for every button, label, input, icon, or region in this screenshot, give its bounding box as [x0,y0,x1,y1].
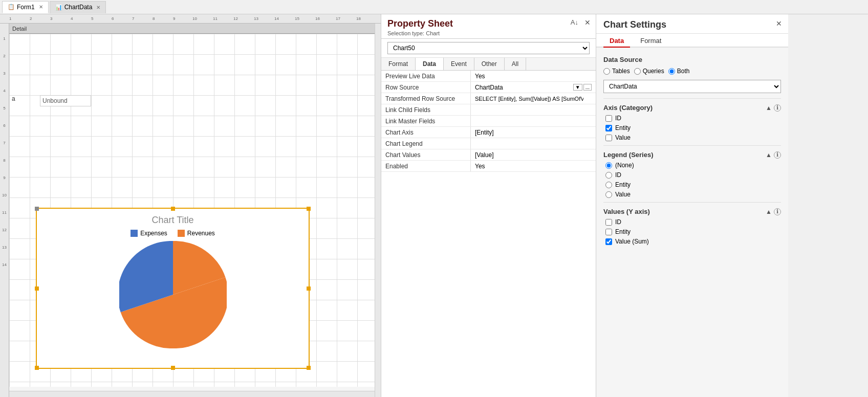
cs-values-collapse[interactable]: ▲ [766,208,772,215]
pie-chart [119,241,227,348]
ps-value-link-child-fields[interactable] [471,104,596,115]
table-row: Chart Axis [Entity] [381,127,596,138]
cs-datasource-title: Data Source [603,56,781,63]
chart-legend: Expenses Revenues [131,230,215,237]
table-row: Preview Live Data Yes [381,71,596,82]
unbound-text: Unbound [42,97,68,104]
row-source-dropdown-btn[interactable]: ▼ [573,84,582,91]
cs-datasource-dropdown[interactable]: ChartData [603,80,781,93]
table-row: Chart Legend [381,138,596,149]
resize-handle-tr[interactable] [307,207,311,211]
cs-legend-value-label: Value [615,191,631,198]
cs-values-value-sum-label: Value (Sum) [615,238,649,245]
cs-axis-header: Axis (Category) ▲ ℹ [603,104,781,112]
ps-value-link-master-fields[interactable] [471,116,596,126]
ps-selection-type: Selection type: Chart [387,30,590,36]
cs-tab-data[interactable]: Data [603,34,630,48]
cs-radio-tables-input[interactable] [603,68,610,75]
design-area: 1 2 3 4 5 6 7 8 9 10 11 12 13 14 15 16 1… [0,14,381,397]
cs-legend-id-radio[interactable] [605,172,612,179]
ps-value-preview-live-data[interactable]: Yes [471,71,596,81]
resize-handle-tl[interactable] [35,207,39,211]
ps-value-transformed-row-source[interactable]: SELECT [Entity], Sum([Value]) AS [SumOfV… [471,93,583,104]
tab-form1-label: Form1 [17,4,35,11]
ps-tab-format[interactable]: Format [381,58,416,70]
cs-legend-entity-radio[interactable] [605,182,612,188]
cs-tab-format[interactable]: Format [634,34,667,48]
ps-tab-data[interactable]: Data [416,58,444,70]
tab-chartdata-close[interactable]: ✕ [96,5,100,10]
cs-values-id-checkbox[interactable] [605,219,612,226]
ps-label-chart-legend: Chart Legend [381,138,471,149]
form-canvas: Detail Unbound a [9,24,375,387]
resize-handle-b[interactable] [171,366,175,370]
cs-axis-value-label: Value [615,134,631,141]
cs-legend-collapse[interactable]: ▲ [766,151,772,159]
cs-values-value-sum-checkbox[interactable] [605,238,612,245]
ps-value-chart-axis[interactable]: [Entity] [471,127,596,138]
ps-tab-other[interactable]: Other [474,58,505,70]
resize-handle-bl[interactable] [35,366,39,370]
cs-axis-value-checkbox[interactable] [605,135,612,141]
cs-radio-both-input[interactable] [668,68,675,75]
cs-axis-entity-label: Entity [615,124,631,131]
vertical-scrollbar[interactable] [375,24,381,397]
cs-axis-entity-checkbox[interactable] [605,125,612,131]
ps-value-enabled[interactable]: Yes [471,161,596,171]
cs-legend-info[interactable]: ℹ [774,151,781,159]
cs-radio-both[interactable]: Both [668,68,690,75]
ps-label-transformed-row-source: Transformed Row Source [381,93,471,104]
cs-datasource-dropdown-row: ChartData [603,80,781,93]
ps-tab-event[interactable]: Event [444,58,474,70]
ps-value-row-source[interactable]: ChartData ▼ ... [471,82,596,93]
ps-value-chart-values[interactable]: [Value] [471,149,596,160]
chart-widget[interactable]: Chart Title Expenses Revenues [36,208,310,369]
tab-form1-close[interactable]: ✕ [39,4,43,10]
cs-legend-none-row: (None) [603,162,781,169]
divider-3 [603,202,781,203]
table-row: Link Child Fields [381,104,596,116]
cs-radio-queries[interactable]: Queries [634,68,664,75]
cs-values-info[interactable]: ℹ [774,208,781,215]
ps-object-dropdown[interactable]: Chart50 [387,42,590,54]
cs-radio-tables[interactable]: Tables [603,68,630,75]
cs-legend-none-radio[interactable] [605,162,612,169]
cs-values-title: Values (Y axis) [603,208,650,215]
resize-handle-l[interactable] [35,286,39,291]
resize-handle-br[interactable] [307,366,311,370]
cs-legend-id-row: ID [603,171,781,179]
ps-sort-button[interactable]: A↓ [571,18,578,26]
cs-body: Data Source Tables Queries Both ChartDat… [596,48,788,397]
cs-values-value-sum-row: Value (Sum) [603,238,781,245]
cs-axis-collapse[interactable]: ▲ [766,104,772,112]
cs-values-entity-checkbox[interactable] [605,229,612,235]
row-source-builder-btn[interactable]: ... [583,84,592,91]
tab-form1[interactable]: 📋 Form1 ✕ [2,1,49,13]
cs-legend-header: Legend (Series) ▲ ℹ [603,151,781,159]
cs-axis-id-label: ID [615,115,621,122]
cs-radio-queries-input[interactable] [634,68,641,75]
horizontal-scrollbar[interactable] [9,391,375,397]
ps-close-button[interactable]: ✕ [584,18,591,27]
table-row: Row Source ChartData ▼ ... [381,82,596,93]
tab-bar: 📋 Form1 ✕ 📊 ChartData ✕ [0,0,868,14]
resize-handle-t[interactable] [171,207,175,211]
cs-axis-id-checkbox[interactable] [605,115,612,122]
ps-label-link-child-fields: Link Child Fields [381,104,471,115]
cs-legend-value-radio[interactable] [605,191,612,198]
tab-chartdata[interactable]: 📊 ChartData ✕ [50,1,106,13]
cs-axis-value-row: Value [603,134,781,141]
cs-values-id-label: ID [615,218,621,226]
ps-tab-all[interactable]: All [505,58,526,70]
chart-title: Chart Title [151,215,193,226]
detail-header: Detail [9,24,375,34]
resize-handle-r[interactable] [307,286,311,291]
ps-value-chart-legend[interactable] [471,138,596,149]
cs-close-button[interactable]: ✕ [776,19,782,28]
cs-axis-info[interactable]: ℹ [774,104,781,112]
legend-revenues: Revenues [178,230,215,237]
cs-legend-value-row: Value [603,191,781,198]
divider-2 [603,145,781,146]
cs-legend-entity-label: Entity [615,181,631,188]
cs-legend-id-label: ID [615,171,621,179]
